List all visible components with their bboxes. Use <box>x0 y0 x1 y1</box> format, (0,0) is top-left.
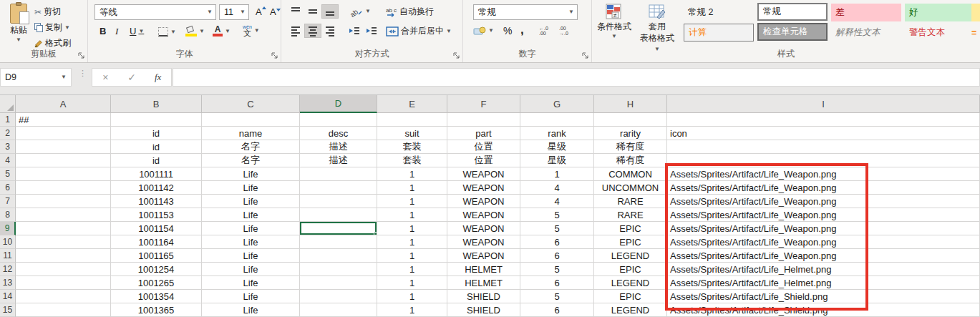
cell-F1[interactable] <box>447 113 520 127</box>
cell-E4[interactable]: 套装 <box>377 154 447 167</box>
cell-I1[interactable] <box>667 113 980 127</box>
cell-I2[interactable]: icon <box>667 127 980 140</box>
cell-style-good[interactable]: 好 <box>905 4 975 21</box>
cell-B13[interactable]: 1001265 <box>111 276 202 290</box>
cell-I11[interactable]: Assets/Sprites/Artifact/Life_Weapon.png <box>667 249 980 263</box>
cell-B12[interactable]: 1001254 <box>111 263 202 276</box>
decrease-indent-button[interactable] <box>346 24 363 38</box>
row-header-13[interactable]: 13 <box>0 276 16 290</box>
cell-C11[interactable]: Life <box>202 249 300 263</box>
cell-E12[interactable]: 1 <box>377 263 447 276</box>
cell-D8[interactable] <box>300 208 377 222</box>
cell-G6[interactable]: 4 <box>520 181 594 195</box>
cell-I13[interactable]: Assets/Sprites/Artifact/Life_Helmet.png <box>667 276 980 290</box>
column-header-D[interactable]: D <box>300 95 377 113</box>
cell-F14[interactable]: SHIELD <box>447 290 520 303</box>
column-header-E[interactable]: E <box>377 95 447 113</box>
row-header-8[interactable]: 8 <box>0 208 16 222</box>
cell-F8[interactable]: WEAPON <box>447 208 520 222</box>
cell-H6[interactable]: UNCOMMON <box>594 181 667 195</box>
conditional-formatting-button[interactable]: ≠ 条件格式 ▼ <box>596 4 633 39</box>
row-header-6[interactable]: 6 <box>0 181 16 195</box>
cell-F7[interactable]: WEAPON <box>447 195 520 208</box>
cell-A1[interactable]: ## <box>16 113 111 127</box>
cell-C2[interactable]: name <box>202 127 300 140</box>
cell-G1[interactable] <box>520 113 594 127</box>
cell-F5[interactable]: WEAPON <box>447 167 520 181</box>
cell-E14[interactable]: 1 <box>377 290 447 303</box>
increase-decimal-button[interactable]: ←.0.00 <box>536 24 551 37</box>
cell-E1[interactable] <box>377 113 447 127</box>
cell-E15[interactable]: 1 <box>377 303 447 317</box>
font-color-button[interactable]: A▼ <box>210 24 233 38</box>
cell-I6[interactable]: Assets/Sprites/Artifact/Life_Weapon.png <box>667 181 980 195</box>
cell-I7[interactable]: Assets/Sprites/Artifact/Life_Weapon.png <box>667 195 980 208</box>
cell-A13[interactable] <box>16 276 111 290</box>
cell-C6[interactable]: Life <box>202 181 300 195</box>
cell-G5[interactable]: 1 <box>520 167 594 181</box>
row-header-15[interactable]: 15 <box>0 303 16 317</box>
bold-button[interactable]: B <box>97 24 109 38</box>
italic-button[interactable]: I <box>112 24 121 39</box>
cell-B8[interactable]: 1001153 <box>111 208 202 222</box>
align-right-button[interactable] <box>321 24 339 38</box>
cell-B4[interactable]: id <box>111 154 202 167</box>
cell-G15[interactable]: 6 <box>520 303 594 317</box>
fill-color-button[interactable]: ▼ <box>183 25 208 38</box>
underline-button[interactable]: U▼ <box>127 24 147 38</box>
cell-E8[interactable]: 1 <box>377 208 447 222</box>
wrap-text-button[interactable]: abc 自动换行 <box>383 4 437 19</box>
cell-I15[interactable]: Assets/Sprites/Artifact/Life_Shield.png <box>667 303 980 317</box>
cell-F13[interactable]: HELMET <box>447 276 520 290</box>
cell-B5[interactable]: 1001111 <box>111 167 202 181</box>
format-as-table-button[interactable]: 套用 表格格式 ▼ <box>636 4 678 53</box>
cell-I14[interactable]: Assets/Sprites/Artifact/Life_Shield.png <box>667 290 980 303</box>
cell-H4[interactable]: 稀有度 <box>594 154 667 167</box>
merge-center-button[interactable]: 合并后居中 ▼ <box>383 24 455 39</box>
column-header-H[interactable]: H <box>594 95 667 113</box>
column-header-I[interactable]: I <box>667 95 980 113</box>
cell-style-explanatory[interactable]: 解释性文本 <box>831 24 901 42</box>
cell-E9[interactable]: 1 <box>377 222 447 235</box>
cell-F10[interactable]: WEAPON <box>447 235 520 249</box>
cell-A8[interactable] <box>16 208 111 222</box>
cell-F12[interactable]: HELMET <box>447 263 520 276</box>
cell-H14[interactable]: EPIC <box>594 290 667 303</box>
cell-H11[interactable]: LEGEND <box>594 249 667 263</box>
align-middle-button[interactable] <box>304 4 321 19</box>
cell-D14[interactable] <box>300 290 377 303</box>
cell-B7[interactable]: 1001143 <box>111 195 202 208</box>
cell-D5[interactable] <box>300 167 377 181</box>
formula-input[interactable] <box>173 68 980 87</box>
cell-A4[interactable] <box>16 154 111 167</box>
cell-style-calculation[interactable]: 计算 <box>684 24 754 42</box>
cell-G3[interactable]: 星级 <box>520 140 594 154</box>
column-header-B[interactable]: B <box>111 95 202 113</box>
cell-B1[interactable] <box>111 113 202 127</box>
alignment-dialog-launcher-icon[interactable] <box>453 52 460 59</box>
increase-font-size-button[interactable]: A <box>253 5 267 19</box>
cell-I8[interactable]: Assets/Sprites/Artifact/Life_Weapon.png <box>667 208 980 222</box>
cell-H3[interactable]: 稀有度 <box>594 140 667 154</box>
cell-G2[interactable]: rank <box>520 127 594 140</box>
cell-E11[interactable]: 1 <box>377 249 447 263</box>
cell-C10[interactable]: Life <box>202 235 300 249</box>
row-header-3[interactable]: 3 <box>0 140 16 154</box>
cell-C1[interactable] <box>202 113 300 127</box>
cell-D11[interactable] <box>300 249 377 263</box>
cell-G4[interactable]: 星级 <box>520 154 594 167</box>
increase-indent-button[interactable] <box>363 24 380 38</box>
cell-A2[interactable] <box>16 127 111 140</box>
cell-B15[interactable]: 1001365 <box>111 303 202 317</box>
align-left-button[interactable] <box>287 24 304 38</box>
row-header-4[interactable]: 4 <box>0 154 16 167</box>
cell-H15[interactable]: LEGEND <box>594 303 667 317</box>
number-format-combo[interactable]: 常规 ▼ <box>473 4 578 20</box>
cell-D7[interactable] <box>300 195 377 208</box>
cell-H13[interactable]: LEGEND <box>594 276 667 290</box>
cell-C14[interactable]: Life <box>202 290 300 303</box>
cell-style-warning[interactable]: 警告文本 <box>905 24 975 42</box>
cell-G7[interactable]: 4 <box>520 195 594 208</box>
cell-E5[interactable]: 1 <box>377 167 447 181</box>
cell-B11[interactable]: 1001165 <box>111 249 202 263</box>
